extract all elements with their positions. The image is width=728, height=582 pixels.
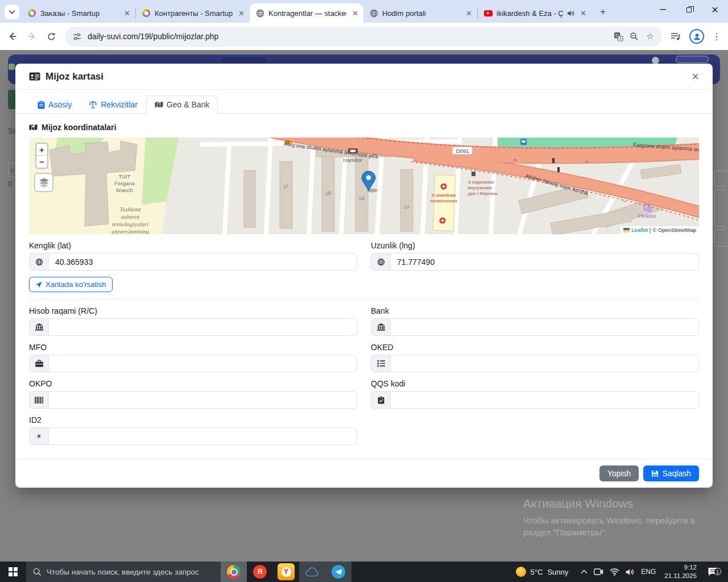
taskbar-chrome[interactable] [221,562,247,582]
background-zero-fragment: 0 [8,180,12,188]
modal-tab-geo-bank[interactable]: Geo & Bank [146,95,218,114]
road-arrow: → [584,157,590,164]
bookmark-star-icon[interactable]: ☆ [645,31,655,41]
briefcase-icon [30,355,49,372]
telegram-icon [332,565,345,579]
reload-button[interactable] [46,31,57,42]
watermark-title: Активация Windows [523,497,705,510]
road-arrow: → [370,149,377,156]
lat-label: Kenglik (lat) [29,241,357,250]
zoom-icon[interactable] [629,31,639,41]
notification-badge: 1 [714,568,721,575]
site-settings-icon[interactable] [72,31,82,41]
lng-input[interactable] [391,253,698,270]
media-playlist-icon[interactable] [670,31,681,42]
account-bank-row: Hisob raqami (R/C) Bank [29,306,699,336]
tab-youtube[interactable]: ikikardesh & Eza - Çu ✕ [478,3,592,23]
windows-activation-watermark: Активация Windows Чтобы активировать Win… [523,497,705,538]
save-button[interactable]: Saqlash [643,465,699,481]
taskbar-telegram[interactable] [325,562,351,582]
modal-tab-rekvizitlar[interactable]: Rekvizitlar [80,95,146,114]
browser-menu-icon[interactable]: ⋮ [712,31,721,42]
close-button[interactable]: Yopish [599,465,639,481]
volume-icon[interactable] [626,568,635,576]
tab-hodim-portali[interactable]: Hodim portali ✕ [363,3,477,23]
tab-zakazy[interactable]: Заказы - Smartup ✕ [22,3,135,23]
taskbar-clock[interactable]: 9:12 21.11.2025 [662,563,699,580]
notification-center-button[interactable]: 1 [705,567,720,576]
tab-kontragenty[interactable]: Контрагенты - Smartup ✕ [136,3,250,23]
map-label-clinic: поликлиника [430,198,457,203]
oked-label: OKED [371,343,699,352]
qqs-input[interactable] [391,392,698,408]
map-layers-button[interactable] [34,173,53,192]
taskbar-cloud[interactable] [299,562,325,582]
tab-close-icon[interactable]: ✕ [122,9,132,18]
window-close-button[interactable]: ✕ [702,0,728,19]
screen: Заказы - Smartup ✕ Контрагенты - Smartup… [0,0,728,582]
meet-now-icon[interactable] [594,568,603,576]
forward-button[interactable] [26,31,38,42]
taskbar-yandex[interactable]: Y [273,562,299,582]
show-on-map-button[interactable]: Xaritada ko'rsatish [29,277,113,292]
oked-input[interactable] [391,355,698,372]
id2-field: ID2 * [29,415,357,445]
location-arrow-icon [35,281,42,288]
barcode-icon [30,392,49,408]
ukraine-flag-icon [623,228,630,232]
map-label-police: внутренних [468,185,493,190]
start-button[interactable] [0,562,26,582]
mfo-input[interactable] [49,355,357,372]
chrome-icon [227,565,241,579]
background-navbar-button [221,57,266,63]
back-button[interactable] [7,31,18,42]
bank-field: Bank [371,306,699,336]
tab-close-icon[interactable]: ✕ [578,9,588,18]
bank-input[interactable] [391,319,698,335]
tray-chevron-icon[interactable] [581,569,588,574]
background-right-control [714,189,726,227]
windows-logo-icon [9,567,18,576]
modal-footer: Yopish Saqlash [15,459,713,488]
account-input[interactable] [49,319,357,335]
taskbar-yandex-browser[interactable]: Я [247,562,273,582]
id2-input[interactable] [49,428,357,444]
tab-close-icon[interactable]: ✕ [350,9,360,18]
modal-tab-asosiy[interactable]: Asosiy [29,95,80,114]
leaflet-map[interactable]: D091 Farg'ona shahri aylanma avtomobil y… [29,138,699,234]
modal-close-icon[interactable]: × [692,70,699,83]
tab-search-button[interactable] [5,5,19,19]
zoom-in-button[interactable]: + [36,144,47,156]
attribution-separator: | [650,227,651,233]
tab-title: Заказы - Smartup [40,9,118,18]
cloud-icon [305,567,319,577]
modal-body: Mijoz koordinatalari [15,114,713,459]
zoom-out-button[interactable]: − [36,156,47,168]
address-bar[interactable]: daily-suvi.com/19l/public/mijozlar.php G… [65,27,662,47]
window-restore-button[interactable] [676,0,702,19]
save-button-label: Saqlash [662,469,691,478]
taskbar-weather[interactable]: 5°C Sunny [509,562,576,582]
tab-close-icon[interactable]: ✕ [237,9,246,18]
tab-close-icon[interactable]: ✕ [464,9,474,18]
language-indicator[interactable]: ENG [641,568,656,576]
account-label: Hisob raqami (R/C) [29,306,357,315]
tab-audio-icon[interactable] [567,10,574,17]
taskbar-search[interactable]: Чтобы начать поиск, введите здесь запрос [26,562,221,582]
translate-icon[interactable]: GA [613,31,623,41]
background-right-control [714,171,726,186]
okpo-input[interactable] [49,392,357,408]
url-text[interactable]: daily-suvi.com/19l/public/mijozlar.php [88,32,607,41]
wifi-icon[interactable] [610,568,619,576]
new-tab-button[interactable]: + [595,4,611,20]
map-zoom-control: + − [35,143,48,169]
lat-input[interactable] [49,253,357,270]
profile-avatar[interactable] [689,29,704,44]
leaflet-link[interactable]: Leaflet [631,227,648,233]
modal-header: Mijoz kartasi × [15,64,713,90]
tab-kontragentlar-active[interactable]: Kontragentlar — stacked ✕ [250,3,363,23]
lat-field: Kenglik (lat) [29,241,357,271]
modal-tab-label: Asosiy [48,100,72,109]
window-minimize-button[interactable] [650,0,676,19]
lng-field: Uzunlik (lng) [371,241,699,271]
